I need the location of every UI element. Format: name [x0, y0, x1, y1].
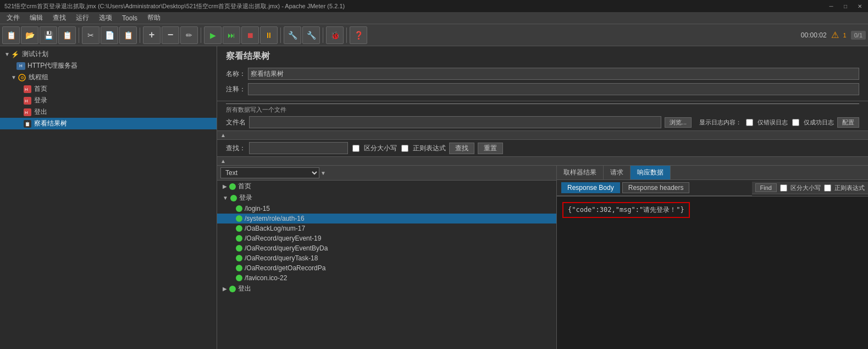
toolbar-saveas-btn[interactable]: 📋 — [58, 26, 76, 44]
toolbar-open-btn[interactable]: 📂 — [21, 26, 38, 44]
file-input[interactable] — [249, 116, 661, 128]
result-tree-querytask-18[interactable]: ▶ /OaRecord/queryTask-18 — [217, 253, 556, 263]
close-btn[interactable]: ✕ — [856, 2, 864, 10]
tab-request[interactable]: 请求 — [604, 166, 631, 179]
toolbar-copy-btn[interactable]: 📄 — [101, 26, 118, 44]
result-tree-login-group[interactable]: ▼ 登录 — [217, 192, 556, 204]
success-log-checkbox[interactable] — [792, 119, 799, 126]
toolbar-remote-btn[interactable]: 🐞 — [326, 26, 344, 44]
label-r-homepage: 首页 — [238, 182, 251, 191]
result-dropdown-row: Text RegExp Tester CSS/JQuery Tester JSO… — [217, 166, 556, 181]
toolbar-stop-btn[interactable]: ⏹ — [241, 26, 259, 44]
regex-checkbox[interactable] — [401, 145, 408, 152]
status-qebd — [236, 245, 242, 252]
browse-button[interactable]: 浏览... — [665, 117, 692, 128]
toolbar-sep-5 — [323, 28, 323, 43]
status-login-15 — [236, 205, 242, 212]
case-sensitive-checkbox[interactable] — [352, 145, 360, 152]
tree-item-login[interactable]: ▶ H 登录 — [0, 95, 217, 106]
search-button[interactable]: 查找 — [449, 143, 474, 154]
tree-item-http-proxy[interactable]: ▶ H HTTP代理服务器 — [0, 60, 217, 72]
tab-response-data[interactable]: 响应数据 — [631, 166, 671, 179]
tree-item-view-results[interactable]: ▶ 📋 察看结果树 — [0, 118, 217, 129]
label-homepage: 首页 — [34, 84, 47, 94]
status-gorp — [236, 265, 242, 271]
toolbar-sep-4 — [280, 28, 281, 43]
regex-label: 正则表达式 — [413, 144, 446, 153]
result-tree-queryevent-19[interactable]: ▶ /OaRecord/queryEvent-19 — [217, 233, 556, 243]
comment-label: 注释： — [226, 85, 248, 94]
panel-title: 察看结果树 — [226, 51, 859, 62]
tree-item-thread-group[interactable]: ▼ ⚙ 线程组 — [0, 72, 217, 83]
result-tree-login-15[interactable]: ▶ /login-15 — [217, 204, 556, 214]
toolbar-clearall-btn[interactable]: 🔧 — [302, 26, 320, 44]
search-input[interactable] — [249, 142, 348, 154]
search-bar: 查找： 区分大小写 正则表达式 查找 重置 — [217, 140, 868, 157]
result-search-bar: Find 区分大小写 正则表达式 — [752, 182, 868, 194]
toolbar-cut-btn[interactable]: ✂ — [82, 26, 99, 44]
result-right: 取样器结果 请求 响应数据 Response Body Response hea… — [557, 166, 868, 349]
tree-item-homepage[interactable]: ▶ H 首页 — [0, 83, 217, 95]
toolbar-new-btn[interactable]: 📋 — [2, 26, 20, 44]
warning-icon: ⚠ — [831, 30, 839, 40]
toolbar-start-btn[interactable]: ▶ — [204, 26, 222, 44]
menu-options[interactable]: 选项 — [95, 12, 117, 24]
toolbar-edit-btn[interactable]: ✏ — [180, 26, 198, 44]
title-bar: 521悟空crm首页登录退出抓取.jmx (C:\Users\Administr… — [0, 0, 868, 12]
right-panel: 察看结果树 名称： 注释： 所有数据写入一个文件 文件名 浏览... — [217, 46, 868, 349]
dropdown-arrow-icon: ▼ — [320, 170, 326, 176]
elapsed-time: 00:00:02 — [801, 31, 827, 39]
toolbar-save-btn[interactable]: 💾 — [40, 26, 57, 44]
menu-search[interactable]: 查找 — [48, 12, 70, 24]
label-r-qe19: /OaRecord/queryEvent-19 — [245, 235, 321, 242]
icon-thread-group: ⚙ — [18, 73, 26, 82]
tab-sampler-result[interactable]: 取样器结果 — [557, 166, 604, 179]
svg-text:⚙: ⚙ — [20, 75, 24, 80]
status-qt18 — [236, 255, 242, 261]
menu-edit[interactable]: 编辑 — [25, 12, 47, 24]
result-tree-homepage[interactable]: ▶ 首页 — [217, 181, 556, 192]
tree-item-test-plan[interactable]: ▼ ⚡ 测试计划 — [0, 48, 217, 60]
result-tree-queryeventbyda[interactable]: ▶ /OaRecord/queryEventByDa — [217, 243, 556, 253]
toolbar-add-btn[interactable]: + — [143, 26, 161, 44]
name-input[interactable] — [248, 68, 859, 80]
result-tree-oabacklog[interactable]: ▶ /OaBackLog/num-17 — [217, 223, 556, 233]
menu-tools[interactable]: Tools — [118, 13, 142, 23]
result-case-checkbox[interactable] — [780, 184, 787, 192]
menu-run[interactable]: 运行 — [71, 12, 93, 24]
toolbar-remove-btn[interactable]: − — [162, 26, 179, 44]
config-button[interactable]: 配置 — [837, 117, 859, 128]
error-log-checkbox[interactable] — [746, 119, 753, 126]
result-tree-favicon-22[interactable]: ▶ /favicon.ico-22 — [217, 273, 556, 283]
result-tree-getoarecordpa[interactable]: ▶ /OaRecord/getOaRecordPa — [217, 263, 556, 273]
reset-button[interactable]: 重置 — [478, 143, 503, 154]
response-body-text: {"code":302,"msg":"请先登录！"} — [562, 202, 690, 218]
file-row: 文件名 浏览... 显示日志内容： 仅错误日志 仅成功日志 配置 — [226, 116, 859, 128]
file-options: 显示日志内容： 仅错误日志 仅成功日志 — [699, 118, 834, 127]
result-tree-auth-16[interactable]: ▶ /system/role/auth-16 — [217, 214, 556, 223]
window-controls: ─ □ ✕ — [827, 2, 864, 10]
arrow-thread-group: ▼ — [11, 74, 16, 80]
arrow-r-logout: ▶ — [223, 286, 227, 292]
find-button[interactable]: Find — [755, 183, 777, 192]
result-tree-logout-group[interactable]: ▶ 登出 — [217, 283, 556, 295]
sub-tab-response-headers[interactable]: Response headers — [622, 182, 690, 193]
toolbar-start-nopause-btn[interactable]: ⏭ — [223, 26, 240, 44]
tree-item-logout[interactable]: ▶ H 登出 — [0, 106, 217, 118]
minimize-btn[interactable]: ─ — [827, 2, 835, 10]
toolbar-clear-btn[interactable]: 🔧 — [284, 26, 301, 44]
result-regex-checkbox[interactable] — [824, 184, 831, 192]
file-label: 文件名 — [226, 118, 246, 127]
maximize-btn[interactable]: □ — [842, 2, 849, 10]
divider-row-1: ▲ — [217, 131, 868, 140]
comment-input[interactable] — [248, 83, 859, 95]
menu-bar: 文件 编辑 查找 运行 选项 Tools 帮助 — [0, 12, 868, 24]
menu-file[interactable]: 文件 — [2, 12, 24, 24]
sub-tab-response-body[interactable]: Response Body — [561, 182, 620, 193]
test-plan-tree: ▼ ⚡ 测试计划 ▶ H HTTP代理服务器 ▼ ⚙ 线程组 ▶ — [0, 46, 217, 349]
toolbar-help-btn[interactable]: ❓ — [350, 26, 367, 44]
menu-help[interactable]: 帮助 — [143, 12, 165, 24]
toolbar-paste-btn[interactable]: 📋 — [119, 26, 137, 44]
toolbar-shutdown-btn[interactable]: ⏸ — [260, 26, 278, 44]
result-format-select[interactable]: Text RegExp Tester CSS/JQuery Tester JSO… — [220, 167, 319, 178]
